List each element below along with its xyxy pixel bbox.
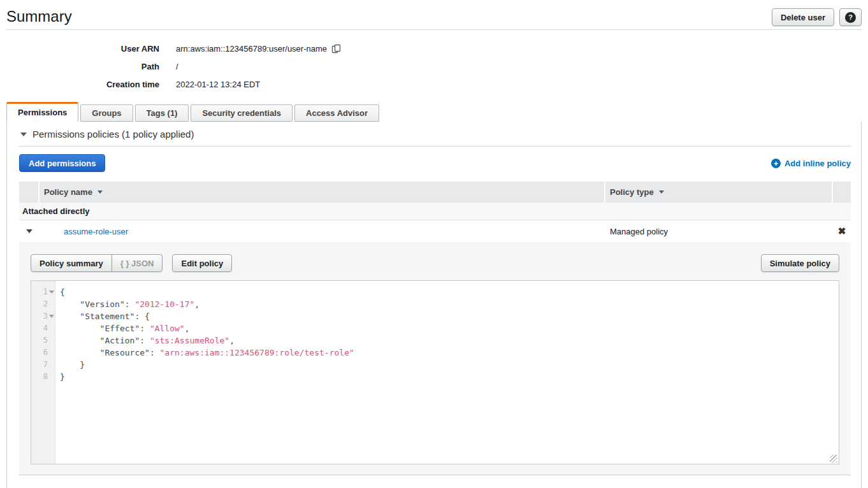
simulate-policy-button[interactable]: Simulate policy <box>761 254 839 272</box>
tab-label: Security credentials <box>202 108 281 118</box>
json-view-button[interactable]: { } JSON <box>112 254 163 272</box>
policy-name-column-header[interactable]: Policy name <box>40 182 605 203</box>
tab-label: Tags (1) <box>147 108 178 118</box>
policy-json-editor[interactable]: 1 2 3 4 5 6 7 8 { "Version": "2012-10-17… <box>31 280 839 464</box>
code-line: "Action": "sts:AssumeRole", <box>60 334 839 347</box>
permissions-toolbar: Add permissions + Add inline policy <box>19 154 851 172</box>
policy-table: Policy name Policy type Attached directl… <box>19 182 851 475</box>
info-label: Creation time <box>0 80 159 89</box>
tab-bar: Permissions Groups Tags (1) Security cre… <box>6 102 868 122</box>
help-icon: ? <box>845 12 856 23</box>
table-header: Policy name Policy type <box>19 182 851 203</box>
tab-security-credentials[interactable]: Security credentials <box>191 104 293 122</box>
collapse-row-button[interactable] <box>19 229 40 233</box>
line-number: 5 <box>31 334 55 347</box>
edit-policy-button[interactable]: Edit policy <box>172 254 232 272</box>
tab-groups[interactable]: Groups <box>80 104 133 122</box>
header-actions: Delete user ? <box>772 8 862 26</box>
copy-icon[interactable] <box>331 44 341 54</box>
info-label: Path <box>0 62 159 71</box>
line-number: 1 <box>31 286 55 298</box>
fold-caret-icon[interactable] <box>49 315 54 318</box>
plus-icon: + <box>771 159 781 168</box>
line-number: 7 <box>31 359 55 371</box>
tab-label: Access Advisor <box>306 108 368 118</box>
permissions-tab-panel: Permissions policies (1 policy applied) … <box>6 122 862 488</box>
page-header: Summary Delete user ? <box>0 0 868 29</box>
line-number: 8 <box>31 371 55 383</box>
expand-column-header <box>19 182 40 203</box>
policy-detail-panel: Policy summary { } JSON Edit policy Simu… <box>19 242 851 475</box>
line-number: 3 <box>31 310 55 322</box>
tab-label: Permissions <box>18 108 67 117</box>
delete-user-button[interactable]: Delete user <box>772 8 834 26</box>
policy-name-link[interactable]: assume-role-user <box>64 227 128 236</box>
page-title: Summary <box>6 8 72 25</box>
table-group-row: Attached directly <box>19 203 851 220</box>
code-line: { <box>60 286 839 298</box>
editor-resize-handle[interactable] <box>830 455 837 463</box>
view-toggle-group: Policy summary { } JSON <box>31 254 163 272</box>
user-info-row: Creation time 2022-01-12 13:24 EDT <box>0 75 868 93</box>
policy-detail-toolbar: Policy summary { } JSON Edit policy Simu… <box>31 254 839 272</box>
tab-label: Groups <box>92 108 121 118</box>
info-value: 2022-01-12 13:24 EDT <box>176 80 260 89</box>
info-value: / <box>176 62 178 71</box>
user-info-row: User ARN arn:aws:iam::123456789:user/use… <box>0 39 868 57</box>
code-line: "Version": "2012-10-17", <box>60 298 839 310</box>
line-number: 6 <box>31 347 55 359</box>
chevron-down-icon <box>20 133 27 136</box>
section-title: Permissions policies (1 policy applied) <box>33 129 194 140</box>
sort-caret-icon <box>98 190 103 194</box>
add-permissions-button[interactable]: Add permissions <box>19 154 105 172</box>
editor-code-area[interactable]: { "Version": "2012-10-17", "Statement": … <box>55 281 839 464</box>
sort-caret-icon <box>659 190 664 194</box>
editor-line-number-gutter: 1 2 3 4 5 6 7 8 <box>31 281 55 464</box>
policy-summary-button[interactable]: Policy summary <box>31 254 112 272</box>
actions-column-header <box>833 182 851 203</box>
tab-tags[interactable]: Tags (1) <box>135 104 189 122</box>
tab-permissions[interactable]: Permissions <box>6 102 78 122</box>
fold-caret-icon[interactable] <box>49 291 54 294</box>
table-row: assume-role-user Managed policy ✖ <box>19 220 851 242</box>
code-line: } <box>60 359 839 371</box>
info-value: arn:aws:iam::123456789:user/user-name <box>176 44 327 54</box>
add-inline-policy-link[interactable]: + Add inline policy <box>771 159 851 168</box>
policy-type-column-header[interactable]: Policy type <box>605 182 833 203</box>
line-number: 4 <box>31 322 55 334</box>
user-info-section: User ARN arn:aws:iam::123456789:user/use… <box>0 39 868 93</box>
code-line: "Resource": "arn:aws:iam::123456789:role… <box>60 347 839 359</box>
code-line: } <box>60 371 839 383</box>
line-number: 2 <box>31 298 55 310</box>
code-line: "Effect": "Allow", <box>60 322 839 334</box>
tab-access-advisor[interactable]: Access Advisor <box>294 104 379 122</box>
help-button[interactable]: ? <box>839 8 862 26</box>
permissions-policies-section-header[interactable]: Permissions policies (1 policy applied) <box>19 122 851 147</box>
policy-type-value: Managed policy <box>605 227 833 236</box>
caret-down-icon <box>26 229 33 233</box>
info-label: User ARN <box>0 44 159 54</box>
code-line: "Statement": { <box>60 310 839 322</box>
header-divider <box>6 29 862 30</box>
detach-policy-button[interactable]: ✖ <box>833 226 851 237</box>
user-info-row: Path / <box>0 57 868 75</box>
